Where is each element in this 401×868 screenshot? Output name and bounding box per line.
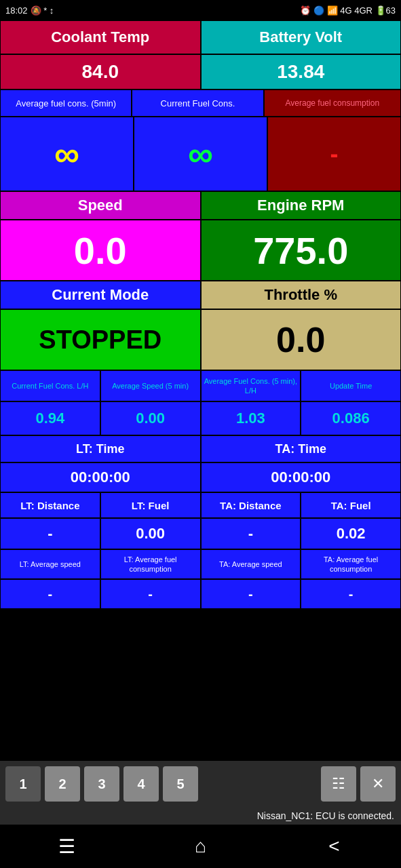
speed-value-cell: 0.0 <box>0 220 201 281</box>
home-icon: ⌂ <box>195 835 206 857</box>
nav-back-button[interactable]: < <box>314 826 355 867</box>
tab-2-button[interactable]: 2 <box>45 766 80 802</box>
curr-fuel-label-cell: Current Fuel Cons. <box>132 90 263 117</box>
rpm-label: Engine RPM <box>257 197 344 214</box>
rpm-value-cell: 775.0 <box>201 220 402 281</box>
ta-avg-speed-val-cell: - <box>201 579 301 609</box>
ta-fuel-val-cell: 0.02 <box>301 518 401 549</box>
speed-value: 0.0 <box>74 229 127 273</box>
stat-col1-value: 0.94 <box>35 410 64 427</box>
fuel-values-row: ∞ ∞ - <box>0 117 401 191</box>
tab-3-button[interactable]: 3 <box>84 766 119 802</box>
stats-values-row: 0.94 0.00 1.03 0.086 <box>0 401 401 435</box>
sensor-values-row: 84.0 13.84 <box>0 54 401 90</box>
lt-fuel-value: 0.00 <box>136 525 165 542</box>
settings-icon-button[interactable]: ☷ <box>321 766 356 802</box>
ta-distance-label: TA: Distance <box>220 500 282 511</box>
stat-col4-val-cell: 0.086 <box>301 401 401 435</box>
stat-col1-val-cell: 0.94 <box>0 401 100 435</box>
mode-throttle-labels-row: Current Mode Throttle % <box>0 281 401 309</box>
infinity-yellow-cell: ∞ <box>0 117 134 191</box>
lt-avg-fuel-label: LT: Average fuel consumption <box>102 555 199 574</box>
menu-icon: ☰ <box>58 835 75 858</box>
lt-time-val-cell: 00:00:00 <box>0 462 201 492</box>
nav-menu-button[interactable]: ☰ <box>47 826 88 867</box>
throttle-label: Throttle % <box>264 286 337 304</box>
stat-col1-label: Current Fuel Cons. L/H <box>12 381 88 391</box>
back-icon: < <box>328 835 339 857</box>
status-left: 18:02 🔕 * ↕ <box>5 5 54 16</box>
stat-col4-label: Update Time <box>330 381 372 391</box>
avg-fuel-right-label: Average fuel consumption <box>286 98 380 108</box>
tab-5-button[interactable]: 5 <box>163 766 198 802</box>
speed-rpm-values-row: 0.0 775.0 <box>0 220 401 281</box>
ta-dist-val-cell: - <box>201 518 301 549</box>
ta-avg-speed-value: - <box>248 587 253 602</box>
ta-time-label: TA: Time <box>275 442 326 456</box>
status-message: Nissan_NC1: ECU is connected. <box>0 807 401 825</box>
ta-avg-fuel-val-cell: - <box>301 579 401 609</box>
ta-time-value: 00:00:00 <box>271 469 330 486</box>
infinity-yellow-symbol: ∞ <box>54 134 79 174</box>
infinity-green-symbol: ∞ <box>188 134 213 174</box>
nav-home-button[interactable]: ⌂ <box>180 826 221 867</box>
speed-label-cell: Speed <box>0 191 201 220</box>
stat-col3-val-cell: 1.03 <box>201 401 301 435</box>
time-values-row: 00:00:00 00:00:00 <box>0 462 401 492</box>
rpm-value: 775.0 <box>253 229 348 273</box>
dist-fuel-labels-row: LT: Distance LT: Fuel TA: Distance TA: F… <box>0 492 401 518</box>
lt-fuel-label-cell: LT: Fuel <box>100 492 201 518</box>
close-icon: ✕ <box>372 775 384 793</box>
status-icons: 🔕 * ↕ <box>31 5 54 16</box>
mode-label-cell: Current Mode <box>0 281 201 309</box>
status-time: 18:02 <box>5 5 28 16</box>
ta-avg-speed-label: TA: Average speed <box>219 559 282 569</box>
avg-fuel-label-cell: Average fuel cons. (5min) <box>0 90 132 117</box>
close-button[interactable]: ✕ <box>360 766 396 802</box>
ta-fuel-value: 0.02 <box>337 525 366 542</box>
avg-values-row: - - - - <box>0 579 401 609</box>
rpm-label-cell: Engine RPM <box>201 191 402 220</box>
time-labels-row: LT: Time TA: Time <box>0 435 401 462</box>
tab-bar: 1 2 3 4 5 ☷ ✕ <box>0 761 401 807</box>
tab-4-button[interactable]: 4 <box>123 766 159 802</box>
lt-time-label: LT: Time <box>76 442 124 456</box>
stat-col3-label: Average Fuel Cons. (5 min), L/H <box>203 376 299 396</box>
battery-icon: ⏰ 🔵 📶 4G 4GR 🔋63 <box>300 5 396 16</box>
ta-distance-value: - <box>248 525 253 542</box>
stats-labels-row: Current Fuel Cons. L/H Average Speed (5 … <box>0 370 401 401</box>
ta-dist-label-cell: TA: Distance <box>201 492 301 518</box>
ta-avg-fuel-label-cell: TA: Average fuel consumption <box>301 549 401 579</box>
coolant-value-cell: 84.0 <box>0 54 201 90</box>
mode-value-cell: STOPPED <box>0 309 201 370</box>
throttle-value-cell: 0.0 <box>201 309 402 370</box>
tab-1-button[interactable]: 1 <box>5 766 41 802</box>
lt-time-value: 00:00:00 <box>71 469 130 486</box>
ta-fuel-label-cell: TA: Fuel <box>301 492 401 518</box>
battery-value-cell: 13.84 <box>201 54 402 90</box>
lt-avg-fuel-label-cell: LT: Average fuel consumption <box>100 549 201 579</box>
mode-throttle-values-row: STOPPED 0.0 <box>0 309 401 370</box>
dist-fuel-values-row: - 0.00 - 0.02 <box>0 518 401 549</box>
coolant-label-cell: Coolant Temp <box>0 20 201 54</box>
curr-fuel-label: Current Fuel Cons. <box>161 98 235 108</box>
stat-col3-value: 1.03 <box>236 410 265 427</box>
stat-col4-label-cell: Update Time <box>301 370 401 401</box>
ta-time-label-cell: TA: Time <box>201 435 402 462</box>
lt-fuel-val-cell: 0.00 <box>100 518 201 549</box>
lt-distance-value: - <box>47 525 52 542</box>
sensor-labels-row: Coolant Temp Battery Volt <box>0 20 401 54</box>
battery-label-cell: Battery Volt <box>201 20 402 54</box>
battery-label: Battery Volt <box>259 28 342 46</box>
stat-col3-label-cell: Average Fuel Cons. (5 min), L/H <box>201 370 301 401</box>
lt-distance-label: LT: Distance <box>20 500 79 511</box>
speed-label: Speed <box>78 197 123 214</box>
lt-avg-fuel-val-cell: - <box>100 579 201 609</box>
mode-label: Current Mode <box>52 286 149 304</box>
battery-value: 13.84 <box>277 61 324 83</box>
ta-avg-speed-label-cell: TA: Average speed <box>201 549 301 579</box>
settings-icon: ☷ <box>332 775 345 793</box>
fuel-labels-row: Average fuel cons. (5min) Current Fuel C… <box>0 90 401 117</box>
lt-dist-val-cell: - <box>0 518 100 549</box>
stat-col2-value: 0.00 <box>136 410 165 427</box>
